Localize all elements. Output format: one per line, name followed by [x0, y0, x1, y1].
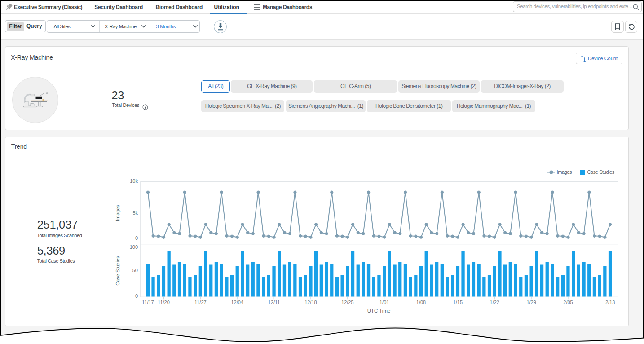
svg-text:2/13: 2/13: [605, 300, 615, 305]
svg-text:12/11: 12/11: [268, 300, 280, 305]
svg-text:1/01: 1/01: [379, 300, 389, 305]
svg-text:1/08: 1/08: [416, 300, 426, 305]
svg-text:1/29: 1/29: [526, 300, 536, 305]
svg-text:5k: 5k: [132, 210, 138, 216]
svg-text:11/20: 11/20: [158, 300, 170, 305]
svg-text:0: 0: [135, 293, 138, 299]
svg-text:Case Studies: Case Studies: [115, 256, 120, 286]
svg-text:Images: Images: [557, 169, 573, 175]
svg-text:UTC Time: UTC Time: [367, 308, 391, 313]
svg-text:100: 100: [130, 244, 138, 250]
svg-text:12/04: 12/04: [231, 300, 243, 305]
svg-text:Images: Images: [115, 204, 120, 221]
svg-text:10k: 10k: [130, 178, 138, 184]
svg-text:50: 50: [132, 268, 138, 273]
svg-text:12/25: 12/25: [341, 300, 354, 305]
svg-text:11/17: 11/17: [142, 300, 154, 305]
svg-text:12/18: 12/18: [304, 300, 317, 305]
svg-text:1/15: 1/15: [453, 300, 463, 305]
svg-text:Case Studies: Case Studies: [587, 169, 615, 175]
svg-text:0: 0: [135, 235, 138, 241]
svg-text:2/05: 2/05: [563, 300, 573, 305]
svg-text:11/27: 11/27: [194, 300, 207, 305]
svg-text:1/22: 1/22: [490, 300, 499, 305]
